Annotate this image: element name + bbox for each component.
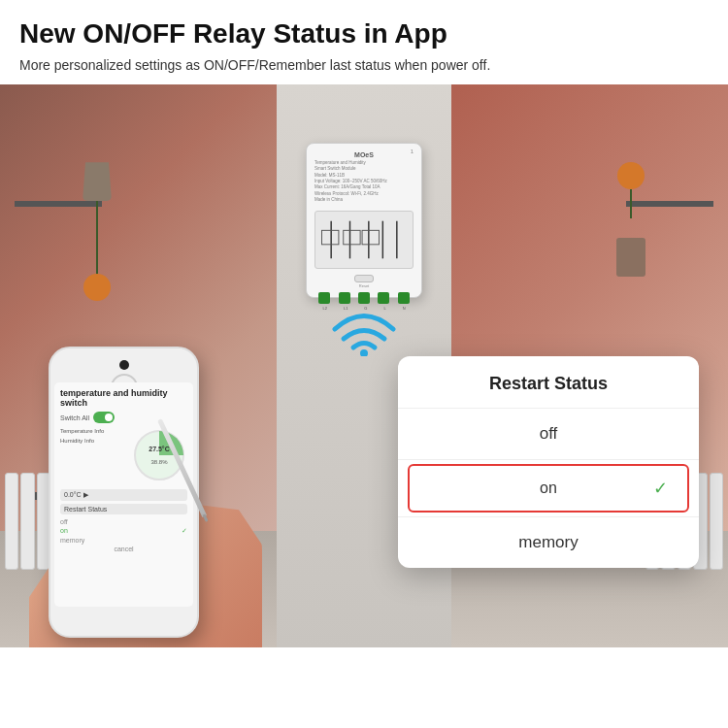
flower-head-left: [83, 274, 111, 301]
phone-option-memory[interactable]: memory: [60, 536, 187, 545]
wifi-icon: [330, 308, 398, 356]
flower-vase-left: [83, 162, 112, 201]
toggle-knob: [105, 414, 113, 421]
svg-text:38.8%: 38.8%: [150, 459, 168, 465]
restart-status-popup: Restart Status off on ✓ memory: [398, 356, 699, 568]
page-subtitle: More personalized settings as ON/OFF/Rem…: [19, 56, 709, 76]
terminal-label-5: N: [403, 306, 406, 311]
plant-right: [612, 162, 650, 220]
phone-restart-options: off on✓ memory cancel: [60, 517, 187, 553]
switch-all-label: Switch All: [60, 414, 89, 421]
svg-rect-6: [344, 231, 360, 246]
app-title: temperature and humidity switch: [60, 388, 187, 408]
phone-body: temperature and humidity switch Switch A…: [49, 347, 199, 638]
svg-text:27.5°C: 27.5°C: [149, 446, 169, 452]
header-section: New ON/OFF Relay Status in App More pers…: [0, 0, 728, 84]
popup-option-on[interactable]: on ✓: [408, 464, 689, 513]
main-image-area: MOeS Temperature and Humidity Smart Swit…: [0, 84, 728, 647]
device-number: 1: [411, 149, 414, 154]
flower-stem-left: [96, 201, 98, 279]
popup-on-label: on: [540, 480, 557, 497]
phone-container: temperature and humidity switch Switch A…: [29, 298, 223, 647]
flower-stem-right: [630, 189, 632, 218]
temperature-field: 0.0°C ▶: [60, 489, 187, 501]
app-screen: temperature and humidity switch Switch A…: [54, 382, 193, 607]
plant-left: [58, 162, 136, 279]
device-model-line7: Made in China: [314, 197, 414, 203]
device-reset-button[interactable]: [354, 275, 374, 282]
flower-head-right: [617, 162, 645, 189]
reset-label: Reset: [314, 283, 414, 288]
popup-option-memory[interactable]: memory: [398, 516, 699, 568]
svg-point-8: [360, 349, 368, 356]
svg-rect-7: [362, 231, 379, 246]
phone-option-on[interactable]: on✓: [60, 526, 187, 536]
popup-option-on-wrapper[interactable]: on ✓: [398, 460, 699, 516]
phone-option-off[interactable]: off: [60, 517, 187, 526]
device-brand: MOeS: [314, 151, 414, 158]
phone-camera: [119, 360, 129, 370]
popup-title: Restart Status: [398, 356, 699, 409]
terminal-3: [358, 292, 370, 304]
rad-section: [710, 473, 723, 570]
device-terminals: [314, 292, 414, 304]
terminal-5: [398, 292, 410, 304]
rad-section: [5, 473, 18, 570]
check-icon: ✓: [653, 478, 668, 499]
terminal-1: [318, 292, 330, 304]
device-circuit-diagram: [314, 211, 414, 269]
terminal-2: [339, 292, 350, 304]
smart-switch-device: MOeS Temperature and Humidity Smart Swit…: [306, 143, 422, 298]
phone-cancel[interactable]: cancel: [60, 545, 187, 553]
vase-body-right: [616, 238, 645, 277]
humidity-field: Restart Status: [60, 504, 187, 514]
toggle-switch[interactable]: [93, 412, 115, 423]
terminal-label-1: L2: [322, 306, 326, 311]
svg-rect-5: [322, 231, 339, 246]
page-title: New ON/OFF Relay Status in App: [19, 17, 709, 50]
terminal-4: [378, 292, 389, 304]
popup-option-off[interactable]: off: [398, 409, 699, 460]
phone-screen: temperature and humidity switch Switch A…: [54, 382, 193, 607]
device-info: Temperature and Humidity Smart Switch Mo…: [314, 160, 414, 203]
